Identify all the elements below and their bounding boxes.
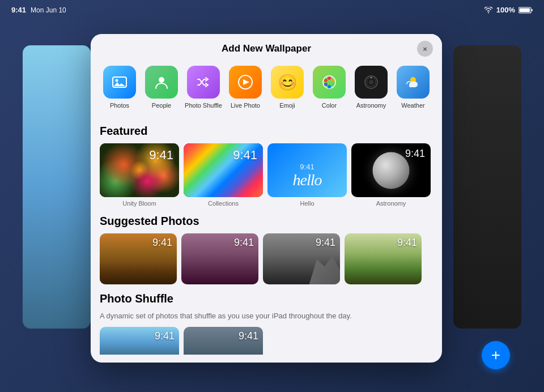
color-label: Color: [322, 102, 337, 109]
astronomy-icon: [355, 66, 388, 99]
shuffle-ocean-thumb: 9:41: [184, 327, 263, 355]
suggested-thumb-3: 9:41: [263, 233, 340, 284]
status-time: 9:41: [11, 6, 26, 14]
suggested-header: Suggested Photos: [100, 215, 433, 228]
svg-point-3: [116, 79, 118, 82]
emoji-label: Emoji: [279, 102, 295, 109]
add-wallpaper-modal: Add New Wallpaper × Photos: [91, 34, 442, 363]
shuffle-grid: 9:41 9:41: [100, 327, 433, 355]
ipad-background: 9:41 Mon Jun 10 100% +: [0, 0, 544, 392]
people-icon: [145, 66, 178, 99]
svg-point-4: [159, 77, 164, 83]
unity-label: Unity Bloom: [122, 200, 156, 207]
category-shuffle[interactable]: Photo Shuffle: [184, 66, 223, 109]
svg-rect-1: [520, 8, 530, 12]
live-label: Live Photo: [231, 102, 260, 109]
status-right: 100%: [484, 6, 533, 14]
suggested-photo-2[interactable]: 9:41: [181, 233, 258, 284]
shuffle-item-2[interactable]: 9:41: [184, 327, 263, 355]
shuffle-time-1: 9:41: [155, 330, 175, 342]
collections-thumb: 9:41: [184, 143, 263, 197]
sugg-time-3: 9:41: [316, 237, 335, 249]
rocks-detail: [301, 249, 340, 284]
svg-point-10: [331, 83, 334, 86]
sugg-time-4: 9:41: [397, 237, 417, 249]
svg-marker-6: [243, 79, 249, 85]
moon: [373, 152, 410, 189]
astronomy-thumb: 9:41: [351, 143, 431, 197]
hello-content: 9:41 hello: [267, 143, 347, 197]
modal-content[interactable]: Featured 9:41 Unity Bloom 9:41: [91, 117, 442, 355]
unity-time: 9:41: [149, 148, 173, 163]
photo-shuffle-desc: A dynamic set of photos that shuffle as …: [100, 311, 433, 321]
shuffle-time-2: 9:41: [239, 330, 258, 342]
close-button[interactable]: ×: [417, 41, 433, 57]
battery-percent: 100%: [496, 6, 515, 14]
category-people[interactable]: People: [142, 66, 181, 109]
modal-title: Add New Wallpaper: [222, 43, 311, 54]
astronomy-label: Astronomy: [356, 102, 386, 109]
unity-bloom-thumb: 9:41: [100, 143, 179, 197]
category-live[interactable]: Live Photo: [226, 66, 265, 109]
sugg-time-2: 9:41: [234, 237, 254, 249]
featured-hello[interactable]: 9:41 hello Hello: [267, 143, 347, 207]
live-photo-icon: [229, 66, 262, 99]
people-label: People: [152, 102, 171, 109]
collections-label: Collections: [208, 200, 239, 207]
svg-point-17: [371, 77, 372, 79]
category-weather[interactable]: Weather: [394, 66, 432, 109]
svg-point-12: [324, 83, 328, 86]
hello-thumb: 9:41 hello: [267, 143, 347, 197]
hello-label: Hello: [300, 200, 314, 207]
photos-label: Photos: [110, 102, 129, 109]
hello-script: hello: [293, 171, 322, 189]
status-date: Mon Jun 10: [31, 6, 66, 14]
shuffle-icon: [187, 66, 220, 99]
modal-header: Add New Wallpaper ×: [91, 34, 442, 60]
category-color[interactable]: Color: [310, 66, 348, 109]
featured-astronomy[interactable]: 9:41 Astronomy: [351, 143, 431, 207]
collections-time: 9:41: [233, 148, 257, 163]
shuffle-item-1[interactable]: 9:41: [100, 327, 179, 355]
photos-icon: [103, 66, 136, 99]
featured-unity-bloom[interactable]: 9:41 Unity Bloom: [100, 143, 179, 207]
weather-icon: [397, 66, 430, 99]
svg-point-13: [324, 79, 328, 82]
suggested-thumb-1: 9:41: [100, 233, 177, 284]
color-icon: [313, 66, 346, 99]
svg-point-9: [331, 79, 334, 82]
svg-point-11: [328, 85, 331, 88]
suggested-thumb-4: 9:41: [345, 233, 422, 284]
category-astronomy[interactable]: Astronomy: [352, 66, 390, 109]
svg-point-8: [328, 76, 331, 80]
wifi-icon: [484, 7, 493, 14]
emoji-icon: 😊: [271, 66, 304, 99]
suggested-grid: 9:41 9:41 9:41 9:41: [100, 233, 433, 284]
add-wallpaper-button[interactable]: +: [482, 341, 510, 369]
astronomy-time: 9:41: [405, 148, 425, 160]
bg-panel-right: [453, 45, 521, 329]
featured-collections[interactable]: 9:41 Collections: [184, 143, 263, 207]
bg-panel-left: [23, 45, 91, 329]
astronomy-feat-label: Astronomy: [376, 200, 406, 207]
shuffle-mountain-thumb: 9:41: [100, 327, 179, 355]
battery-icon: [518, 7, 533, 14]
suggested-photo-3[interactable]: 9:41: [263, 233, 340, 284]
featured-header: Featured: [100, 125, 433, 138]
photo-shuffle-header: Photo Shuffle: [100, 292, 433, 305]
suggested-photo-1[interactable]: 9:41: [100, 233, 177, 284]
sugg-time-1: 9:41: [152, 237, 172, 249]
featured-grid: 9:41 Unity Bloom 9:41 Collections: [100, 143, 433, 207]
svg-point-16: [369, 80, 373, 84]
categories-row: Photos People: [91, 60, 442, 117]
weather-label: Weather: [401, 102, 424, 109]
suggested-thumb-2: 9:41: [181, 233, 258, 284]
category-photos[interactable]: Photos: [100, 66, 139, 109]
category-emoji[interactable]: 😊 Emoji: [268, 66, 307, 109]
status-bar: 9:41 Mon Jun 10 100%: [0, 6, 544, 14]
shuffle-label: Photo Shuffle: [185, 102, 222, 109]
suggested-photo-4[interactable]: 9:41: [345, 233, 422, 284]
